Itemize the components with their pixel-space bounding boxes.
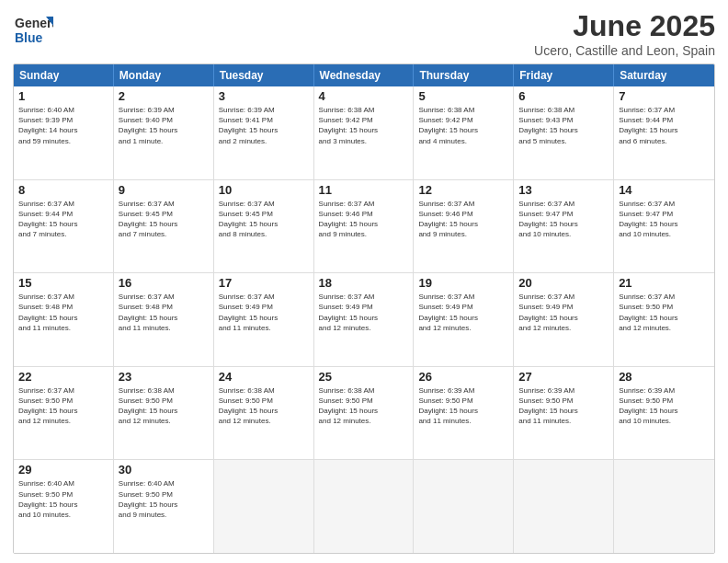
cell-info: Sunrise: 6:37 AMSunset: 9:44 PMDaylight:… — [18, 199, 108, 240]
cell-info: Sunrise: 6:38 AMSunset: 9:50 PMDaylight:… — [219, 385, 309, 427]
calendar-cell: 28Sunrise: 6:39 AMSunset: 9:50 PMDayligh… — [614, 367, 714, 460]
cell-info: Sunrise: 6:39 AMSunset: 9:40 PMDaylight:… — [119, 105, 209, 146]
header: General Blue June 2025 Ucero, Castille a… — [13, 9, 715, 58]
calendar-cell: 24Sunrise: 6:38 AMSunset: 9:50 PMDayligh… — [214, 367, 314, 460]
day-number: 16 — [119, 276, 209, 290]
cell-info: Sunrise: 6:37 AMSunset: 9:46 PMDaylight:… — [319, 199, 409, 240]
calendar-cell: 20Sunrise: 6:37 AMSunset: 9:49 PMDayligh… — [514, 273, 614, 366]
day-number: 7 — [619, 89, 710, 103]
calendar-cell: 5Sunrise: 6:38 AMSunset: 9:42 PMDaylight… — [414, 86, 514, 179]
calendar-cell: 1Sunrise: 6:40 AMSunset: 9:39 PMDaylight… — [14, 86, 114, 179]
calendar-cell: 12Sunrise: 6:37 AMSunset: 9:46 PMDayligh… — [414, 180, 514, 273]
day-number: 19 — [418, 276, 508, 290]
calendar-cell: 30Sunrise: 6:40 AMSunset: 9:50 PMDayligh… — [114, 460, 214, 553]
logo-icon: General Blue — [13, 9, 53, 50]
cell-info: Sunrise: 6:40 AMSunset: 9:50 PMDaylight:… — [119, 478, 209, 520]
calendar: Sunday Monday Tuesday Wednesday Thursday… — [13, 63, 715, 554]
cell-info: Sunrise: 6:37 AMSunset: 9:49 PMDaylight:… — [219, 292, 309, 333]
cell-info: Sunrise: 6:38 AMSunset: 9:42 PMDaylight:… — [418, 105, 508, 146]
day-number: 14 — [619, 183, 710, 197]
day-number: 1 — [18, 89, 108, 103]
day-number: 26 — [418, 370, 508, 384]
day-number: 8 — [18, 183, 108, 197]
cell-info: Sunrise: 6:38 AMSunset: 9:50 PMDaylight:… — [319, 385, 409, 427]
day-number: 20 — [518, 276, 609, 290]
calendar-cell: 11Sunrise: 6:37 AMSunset: 9:46 PMDayligh… — [314, 180, 415, 273]
calendar-row-3: 22Sunrise: 6:37 AMSunset: 9:50 PMDayligh… — [14, 366, 714, 460]
calendar-cell: 21Sunrise: 6:37 AMSunset: 9:50 PMDayligh… — [614, 273, 714, 366]
calendar-title: June 2025 — [534, 9, 715, 43]
cell-info: Sunrise: 6:40 AMSunset: 9:50 PMDaylight:… — [18, 478, 108, 520]
calendar-cell: 16Sunrise: 6:37 AMSunset: 9:48 PMDayligh… — [114, 273, 214, 366]
calendar-cell: 15Sunrise: 6:37 AMSunset: 9:48 PMDayligh… — [14, 273, 114, 366]
day-number: 23 — [119, 370, 209, 384]
day-number: 18 — [319, 276, 409, 290]
day-number: 29 — [18, 463, 108, 477]
calendar-cell: 14Sunrise: 6:37 AMSunset: 9:47 PMDayligh… — [614, 180, 714, 273]
logo: General Blue — [13, 9, 53, 53]
calendar-cell: 2Sunrise: 6:39 AMSunset: 9:40 PMDaylight… — [114, 86, 214, 179]
cell-info: Sunrise: 6:37 AMSunset: 9:47 PMDaylight:… — [619, 199, 710, 240]
day-number: 9 — [119, 183, 209, 197]
day-number: 30 — [119, 463, 209, 477]
cell-info: Sunrise: 6:37 AMSunset: 9:48 PMDaylight:… — [119, 292, 209, 333]
calendar-header: Sunday Monday Tuesday Wednesday Thursday… — [14, 64, 714, 86]
header-monday: Monday — [114, 64, 214, 86]
calendar-cell — [514, 460, 614, 553]
cell-info: Sunrise: 6:37 AMSunset: 9:45 PMDaylight:… — [119, 199, 209, 240]
cell-info: Sunrise: 6:40 AMSunset: 9:39 PMDaylight:… — [18, 105, 108, 146]
calendar-cell: 6Sunrise: 6:38 AMSunset: 9:43 PMDaylight… — [514, 86, 614, 179]
header-tuesday: Tuesday — [214, 64, 314, 86]
cell-info: Sunrise: 6:37 AMSunset: 9:49 PMDaylight:… — [418, 292, 508, 333]
calendar-cell: 17Sunrise: 6:37 AMSunset: 9:49 PMDayligh… — [214, 273, 314, 366]
day-number: 3 — [219, 89, 309, 103]
cell-info: Sunrise: 6:39 AMSunset: 9:41 PMDaylight:… — [219, 105, 309, 146]
cell-info: Sunrise: 6:39 AMSunset: 9:50 PMDaylight:… — [518, 385, 609, 427]
day-number: 2 — [119, 89, 209, 103]
day-number: 11 — [319, 183, 409, 197]
calendar-cell: 7Sunrise: 6:37 AMSunset: 9:44 PMDaylight… — [614, 86, 714, 179]
calendar-cell: 25Sunrise: 6:38 AMSunset: 9:50 PMDayligh… — [314, 367, 415, 460]
calendar-cell: 3Sunrise: 6:39 AMSunset: 9:41 PMDaylight… — [214, 86, 314, 179]
calendar-row-2: 15Sunrise: 6:37 AMSunset: 9:48 PMDayligh… — [14, 272, 714, 366]
calendar-subtitle: Ucero, Castille and Leon, Spain — [534, 43, 715, 58]
calendar-cell: 26Sunrise: 6:39 AMSunset: 9:50 PMDayligh… — [414, 367, 514, 460]
calendar-cell: 29Sunrise: 6:40 AMSunset: 9:50 PMDayligh… — [14, 460, 114, 553]
day-number: 25 — [319, 370, 409, 384]
day-number: 5 — [418, 89, 508, 103]
cell-info: Sunrise: 6:37 AMSunset: 9:49 PMDaylight:… — [319, 292, 409, 333]
header-sunday: Sunday — [14, 64, 114, 86]
calendar-body: 1Sunrise: 6:40 AMSunset: 9:39 PMDaylight… — [14, 86, 714, 553]
cell-info: Sunrise: 6:38 AMSunset: 9:43 PMDaylight:… — [518, 105, 609, 146]
calendar-cell: 13Sunrise: 6:37 AMSunset: 9:47 PMDayligh… — [514, 180, 614, 273]
calendar-cell: 19Sunrise: 6:37 AMSunset: 9:49 PMDayligh… — [414, 273, 514, 366]
header-thursday: Thursday — [414, 64, 514, 86]
day-number: 6 — [518, 89, 609, 103]
day-number: 10 — [219, 183, 309, 197]
svg-text:Blue: Blue — [15, 30, 43, 45]
day-number: 17 — [219, 276, 309, 290]
calendar-cell: 8Sunrise: 6:37 AMSunset: 9:44 PMDaylight… — [14, 180, 114, 273]
calendar-cell: 22Sunrise: 6:37 AMSunset: 9:50 PMDayligh… — [14, 367, 114, 460]
cell-info: Sunrise: 6:37 AMSunset: 9:44 PMDaylight:… — [619, 105, 710, 146]
day-number: 22 — [18, 370, 108, 384]
day-number: 27 — [518, 370, 609, 384]
calendar-cell: 4Sunrise: 6:38 AMSunset: 9:42 PMDaylight… — [314, 86, 415, 179]
calendar-row-1: 8Sunrise: 6:37 AMSunset: 9:44 PMDaylight… — [14, 179, 714, 273]
calendar-cell: 18Sunrise: 6:37 AMSunset: 9:49 PMDayligh… — [314, 273, 415, 366]
header-saturday: Saturday — [614, 64, 714, 86]
cell-info: Sunrise: 6:37 AMSunset: 9:49 PMDaylight:… — [518, 292, 609, 333]
cell-info: Sunrise: 6:37 AMSunset: 9:48 PMDaylight:… — [18, 292, 108, 333]
header-friday: Friday — [514, 64, 614, 86]
cell-info: Sunrise: 6:37 AMSunset: 9:50 PMDaylight:… — [18, 385, 108, 427]
calendar-cell: 9Sunrise: 6:37 AMSunset: 9:45 PMDaylight… — [114, 180, 214, 273]
day-number: 24 — [219, 370, 309, 384]
cell-info: Sunrise: 6:38 AMSunset: 9:50 PMDaylight:… — [119, 385, 209, 427]
cell-info: Sunrise: 6:37 AMSunset: 9:50 PMDaylight:… — [619, 292, 710, 333]
cell-info: Sunrise: 6:37 AMSunset: 9:46 PMDaylight:… — [418, 199, 508, 240]
cell-info: Sunrise: 6:37 AMSunset: 9:45 PMDaylight:… — [219, 199, 309, 240]
day-number: 13 — [518, 183, 609, 197]
calendar-cell — [614, 460, 714, 553]
header-wednesday: Wednesday — [314, 64, 415, 86]
title-area: June 2025 Ucero, Castille and Leon, Spai… — [534, 9, 715, 58]
